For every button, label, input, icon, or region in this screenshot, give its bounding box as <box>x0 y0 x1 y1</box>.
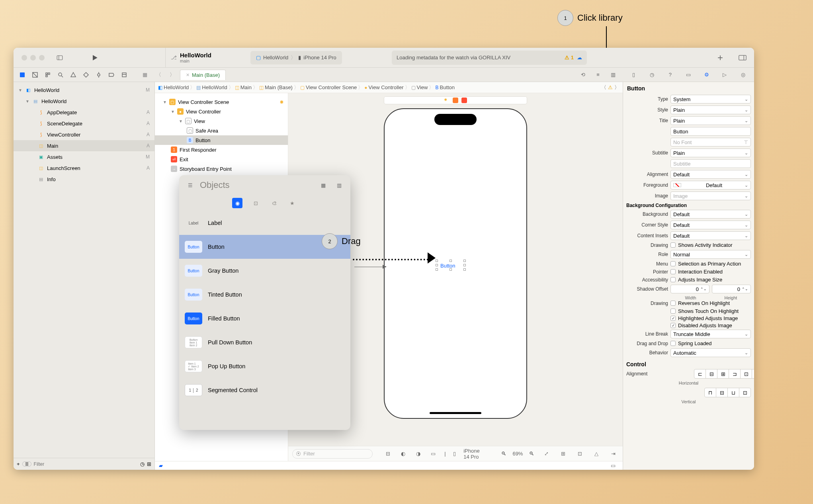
nav-folder[interactable]: ▼▤HelloWorld <box>14 96 154 107</box>
add-icon[interactable]: + <box>17 461 20 467</box>
library-panel[interactable]: ☰ Objects ▦ ▥ ◉ ⊡ 🎨︎ ★ LabelLabel Button… <box>179 175 350 430</box>
foreground-select[interactable]: Default <box>670 181 751 189</box>
navigator-filter-input[interactable] <box>34 461 138 467</box>
library-objects-tab[interactable]: ◉ <box>232 198 242 208</box>
window-traffic-lights[interactable] <box>21 55 45 61</box>
library-item-pulldown[interactable]: ButtonItem 1Item 2Pull Down Button <box>179 330 350 354</box>
connections-inspector-icon[interactable]: ◎ <box>739 69 747 80</box>
nav-project-root[interactable]: ▼◧HelloWorldM <box>14 84 154 96</box>
a11y-checkbox[interactable] <box>670 277 676 282</box>
nav-file-info[interactable]: ▤Info <box>14 174 154 185</box>
font-input[interactable]: No Font⊤ <box>670 138 751 147</box>
outline-filter[interactable]: ⦿ Filter <box>292 449 373 459</box>
zoom-in-icon[interactable]: 🔍︎ <box>528 448 535 459</box>
warning-badge[interactable]: ⚠︎ 1 <box>565 55 574 61</box>
linebreak-select[interactable]: Truncate Middle <box>670 330 751 338</box>
symbol-nav-icon[interactable] <box>43 70 53 80</box>
forward-button[interactable]: 〉 <box>166 69 178 80</box>
nav-file-main[interactable]: ◫MainA <box>14 140 154 151</box>
outline-vc[interactable]: ▼●View Controller <box>155 107 288 116</box>
adjust-editor-icon[interactable]: ≡ <box>592 69 604 80</box>
test-nav-icon[interactable] <box>81 70 91 80</box>
spring-loaded-checkbox[interactable] <box>670 341 676 346</box>
project-navigator-tree[interactable]: ▼◧HelloWorldM ▼▤HelloWorld ⟆AppDelegateA… <box>14 82 154 458</box>
file-inspector-icon[interactable]: ▯ <box>629 69 638 80</box>
debug-indicator-icon[interactable]: ▰ <box>159 463 163 469</box>
canvas-button[interactable]: Button <box>440 262 455 269</box>
shows-touch-checkbox[interactable] <box>670 309 676 314</box>
shadow-width-input[interactable]: 0⌃⌄ <box>670 285 709 293</box>
library-grid-icon[interactable]: ▦ <box>318 180 329 191</box>
content-insets-select[interactable]: Default <box>670 231 751 240</box>
outline-scene[interactable]: ▼▢View Controller Scene✸ <box>155 97 288 107</box>
constraints-icon-4[interactable]: △ <box>591 448 602 459</box>
type-select[interactable]: System <box>670 95 751 104</box>
menu-checkbox[interactable] <box>670 261 676 266</box>
jump-bar[interactable]: ◧HelloWorld〉 ▤HelloWorld〉 ◫Main〉 ◫Main (… <box>155 82 623 93</box>
size-inspector-icon[interactable]: ▷ <box>720 69 729 80</box>
autolayout-icon-1[interactable]: ⊟ <box>382 448 393 459</box>
vertical-alignment[interactable]: ⊓⊟⊔⊡ <box>704 388 751 397</box>
nav-file-assets[interactable]: ▣AssetsM <box>14 151 154 162</box>
scene-dock[interactable]: ✸ <box>384 96 527 104</box>
add-editor-icon[interactable]: ▥ <box>608 69 619 80</box>
cloud-icon[interactable]: ☁︎ <box>577 55 582 61</box>
library-item-popup[interactable]: Item 1✓ Item 2Item 3Pop Up Button <box>179 354 350 378</box>
title-style-select[interactable]: Plain <box>670 116 751 125</box>
horizontal-alignment[interactable]: ⊏⊟⊞⊐⊡⊠ <box>694 369 754 379</box>
disabled-adj-checkbox[interactable]: ✓ <box>670 323 676 328</box>
editor-tab[interactable]: ✕ Main (Base) <box>180 70 226 80</box>
library-item-filled-button[interactable]: ButtonFilled Button <box>179 307 350 330</box>
library-item-label[interactable]: LabelLabel <box>179 211 350 235</box>
issue-nav-icon[interactable] <box>68 70 78 80</box>
zoom-value[interactable]: 69% <box>512 451 523 457</box>
outline-safearea[interactable]: ▢Safe Area <box>155 126 288 135</box>
back-button[interactable]: 〈 <box>153 69 164 80</box>
library-color-tab[interactable]: 🎨︎ <box>269 198 279 208</box>
reverses-checkbox[interactable] <box>670 301 676 306</box>
library-item-tinted-button[interactable]: ButtonTinted Button <box>179 283 350 307</box>
corner-style-select[interactable]: Default <box>670 221 751 229</box>
refresh-icon[interactable]: ⟲ <box>577 69 588 80</box>
library-item-gray-button[interactable]: ButtonGray Button <box>179 259 350 283</box>
recent-icon[interactable]: ◷ <box>140 461 145 467</box>
autolayout-icon-4[interactable]: ▭ <box>428 448 439 459</box>
nav-file-scenedelegate[interactable]: ⟆SceneDelegateA <box>14 118 154 129</box>
outline-entry-point[interactable]: →Storyboard Entry Point <box>155 164 288 174</box>
image-select[interactable]: Image <box>670 191 751 200</box>
library-snippets-tab[interactable]: ★ <box>287 198 297 208</box>
nav-file-viewcontroller[interactable]: ⟆ViewControllerA <box>14 129 154 140</box>
find-nav-icon[interactable] <box>56 70 65 80</box>
constraints-icon-1[interactable]: ⤢ <box>541 448 552 459</box>
subtitle-style-select[interactable]: Plain <box>670 148 751 157</box>
debug-nav-icon[interactable] <box>94 70 104 80</box>
alignment-select[interactable]: Default <box>670 170 751 179</box>
constraints-icon-3[interactable]: ⊡ <box>574 448 585 459</box>
outline-exit[interactable]: ⏎Exit <box>155 154 288 164</box>
outline-first-responder[interactable]: 1First Responder <box>155 145 288 154</box>
library-button[interactable]: + <box>714 52 726 63</box>
subtitle-input[interactable]: Subtitle <box>670 159 751 168</box>
activity-indicator-checkbox[interactable] <box>670 242 676 248</box>
scheme-selector[interactable]: ⎇ HelloWorld main <box>171 52 211 63</box>
pointer-checkbox[interactable] <box>670 269 676 274</box>
run-button[interactable] <box>89 52 100 63</box>
library-menu-icon[interactable]: ☰ <box>185 180 196 191</box>
nav-file-launchscreen[interactable]: ◫LaunchScreenA <box>14 162 154 174</box>
autolayout-icon-3[interactable]: ◑ <box>412 448 424 459</box>
background-select[interactable]: Default <box>670 210 751 219</box>
shadow-height-input[interactable]: 0⌃⌄ <box>712 285 751 293</box>
source-control-nav-icon[interactable] <box>30 70 40 80</box>
filter-scope-icon[interactable]: ☰ <box>22 461 31 467</box>
toggle-debug-icon[interactable]: ▭ <box>608 460 619 470</box>
scm-filter-icon[interactable]: ⊞ <box>147 461 151 467</box>
library-item-segmented[interactable]: 1 │ 2Segmented Control <box>179 378 350 402</box>
autolayout-icon-2[interactable]: ◐ <box>397 448 408 459</box>
toggle-inspector-icon[interactable] <box>737 52 748 63</box>
toggle-navigator-icon[interactable] <box>54 52 65 63</box>
library-detail-icon[interactable]: ▥ <box>334 180 345 191</box>
attributes-inspector-icon[interactable]: ⚙︎ <box>702 69 711 80</box>
behavior-select[interactable]: Automatic <box>670 348 751 357</box>
history-inspector-icon[interactable]: ◷ <box>648 69 657 80</box>
style-select[interactable]: Plain <box>670 105 751 114</box>
